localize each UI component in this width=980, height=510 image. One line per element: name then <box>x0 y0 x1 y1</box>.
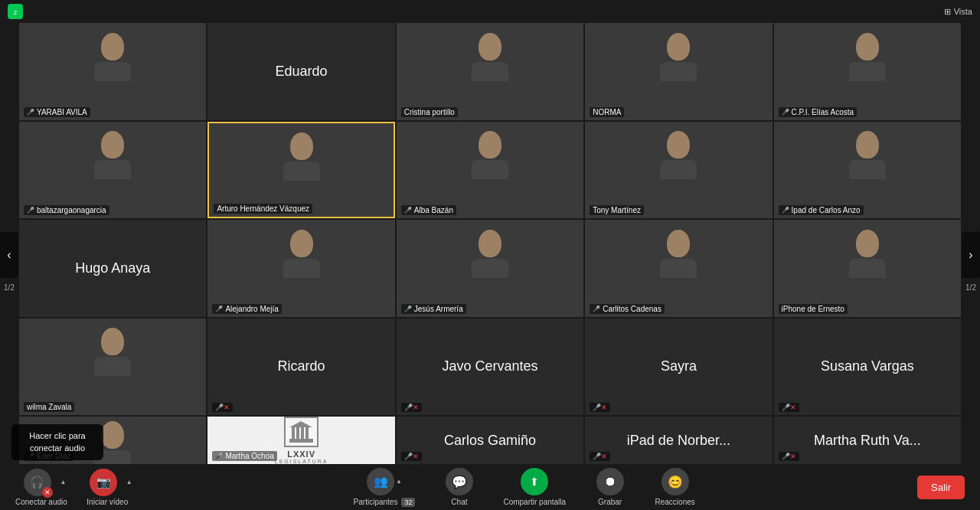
svg-rect-6 <box>305 427 309 439</box>
avatar-elias <box>849 33 886 81</box>
mute-indicator-javo: 🎤✕ <box>401 403 422 412</box>
video-cell-cristina[interactable]: Cristina portillo <box>397 23 583 120</box>
video-cell-sayra[interactable]: Sayra🎤✕ <box>585 319 772 416</box>
video-cell-arturo[interactable]: Arturo Hernández Vázquez <box>207 122 394 219</box>
participants-label: Participantes <box>354 498 398 506</box>
video-cell-wilma[interactable]: wilma Zavala <box>19 319 206 416</box>
participant-name-sayra: Sayra <box>661 358 697 374</box>
video-cell-alba[interactable]: 🎤 Alba Bazán <box>397 122 583 219</box>
video-cell-iphone-ernesto[interactable]: iPhone de Ernesto <box>774 220 961 317</box>
mute-indicator-ricardo: 🎤✕ <box>212 403 233 412</box>
participant-name-hugo: Hugo Anaya <box>75 260 150 276</box>
video-cell-ricardo[interactable]: Ricardo🎤✕ <box>207 319 394 416</box>
participants-button[interactable]: 👥 ▲ Participantes 32 <box>354 468 416 507</box>
svg-rect-3 <box>292 427 295 439</box>
video-cell-martha-ochoa[interactable]: LXXIV LEGISLATURA 🎤 Martha Ochoa <box>207 417 394 464</box>
avatar-wilma <box>94 328 131 376</box>
participant-label-carlitos: 🎤 Carlitos Cadenas <box>590 304 665 314</box>
left-arrow-icon: ‹ <box>7 248 11 262</box>
record-button[interactable]: ⏺ Grabar <box>589 468 631 506</box>
avatar-jesus <box>472 230 508 278</box>
participant-name-ricardo: Ricardo <box>278 358 325 374</box>
svg-marker-7 <box>289 421 312 427</box>
participant-name-javo: Javo Cervantes <box>442 358 537 374</box>
start-video-label: Iniciar vídeo <box>87 498 128 506</box>
view-label: Vista <box>954 7 972 16</box>
participants-count: 32 <box>401 498 415 507</box>
reactions-label: Reacciones <box>655 498 695 506</box>
video-cell-susana[interactable]: Susana Vargas🎤✕ <box>774 319 961 416</box>
participant-label-wilma: wilma Zavala <box>24 402 74 412</box>
share-screen-button[interactable]: ⬆ Compartir pantalla <box>503 468 566 506</box>
participant-label-jesus: 🎤 Jesús Armería <box>401 304 466 314</box>
participant-label-iphone-ernesto: iPhone de Ernesto <box>779 304 848 314</box>
participant-label-cristina: Cristina portillo <box>401 107 458 117</box>
participant-label-alejandro: 🎤 Alejandro Mejía <box>212 304 281 314</box>
participant-name-martha-ruth: Martha Ruth Va... <box>814 433 921 449</box>
record-label: Grabar <box>598 498 622 506</box>
chat-label: Chat <box>451 498 467 506</box>
participant-label-arturo: Arturo Hernández Vázquez <box>214 204 312 214</box>
video-grid: 🎤 YARABI AVILAEduardo Cristina portillo … <box>19 23 961 464</box>
toolbar: 🎧 ✕ ▲ Conectar audio 📷 ▲ Iniciar vídeo <box>0 464 980 510</box>
audio-chevron-icon[interactable]: ▲ <box>60 479 66 485</box>
participant-label-ipad-carlos: 🎤 Ipad de Carlos Anzo <box>779 205 864 215</box>
participant-label-tony: Tony Martínez <box>590 205 644 215</box>
connect-audio-button[interactable]: 🎧 ✕ <box>16 469 58 496</box>
video-cell-jesus[interactable]: 🎤 Jesús Armería <box>397 220 583 317</box>
chat-button[interactable]: 💬 Chat <box>438 468 480 506</box>
avatar-carlitos <box>660 230 697 278</box>
tooltip-text: Hacer clic para conectar audio <box>29 431 85 452</box>
avatar-iphone-ernesto <box>849 230 886 278</box>
mute-indicator-ipad-norber: 🎤✕ <box>590 452 610 461</box>
participant-label-elias: 🎤 C.P.I. Elías Acosta <box>779 107 858 117</box>
legislature-logo: LXXIV LEGISLATURA <box>275 417 328 464</box>
participants-chevron-icon[interactable]: ▲ <box>396 478 402 485</box>
video-cell-baltazar[interactable]: 🎤 baltazargaonagarcia <box>19 122 206 219</box>
reactions-button[interactable]: 😊 Reacciones <box>654 468 696 506</box>
avatar-cristina <box>472 33 508 81</box>
start-video-button[interactable]: 📷 <box>83 469 125 496</box>
svg-rect-2 <box>289 439 313 443</box>
participant-label-alba: 🎤 Alba Bazán <box>401 205 456 215</box>
video-cell-norma[interactable]: NORMA <box>585 23 772 120</box>
avatar-alejandro <box>283 230 320 278</box>
avatar-baltazar <box>94 131 131 179</box>
mute-indicator-martha-ruth: 🎤✕ <box>779 452 799 461</box>
video-cell-carlos-gamino[interactable]: Carlos Gamiño🎤✕ <box>397 417 583 464</box>
mute-indicator-sayra: 🎤✕ <box>590 403 610 412</box>
video-cell-martha-ruth[interactable]: Martha Ruth Va...🎤✕ <box>774 417 961 464</box>
view-button[interactable]: ⊞ Vista <box>944 7 972 17</box>
participant-name-ipad-norber: iPad de Norber... <box>627 433 730 449</box>
right-arrow-icon: › <box>969 248 972 262</box>
app-logo: Z <box>8 4 23 19</box>
svg-rect-4 <box>296 427 299 439</box>
participant-label-yarabi: 🎤 YARABI AVILA <box>24 107 90 117</box>
video-cell-yarabi[interactable]: 🎤 YARABI AVILA <box>19 23 206 120</box>
avatar-yarabi <box>94 33 131 81</box>
video-cell-javo[interactable]: Javo Cervantes🎤✕ <box>397 319 583 416</box>
video-cell-hugo[interactable]: Hugo Anaya <box>19 220 206 317</box>
participant-label-norma: NORMA <box>590 107 624 117</box>
video-cell-tony[interactable]: Tony Martínez <box>585 122 772 219</box>
video-cell-eduardo[interactable]: Eduardo <box>207 23 394 120</box>
prev-page-button[interactable]: ‹ 1/2 <box>0 232 18 278</box>
mute-indicator-susana: 🎤✕ <box>779 403 799 412</box>
leave-button[interactable]: Salir <box>917 476 965 499</box>
video-chevron-icon[interactable]: ▲ <box>126 479 132 485</box>
connect-audio-label: Conectar audio <box>15 498 67 506</box>
video-cell-carlitos[interactable]: 🎤 Carlitos Cadenas <box>585 220 772 317</box>
avatar-norma <box>660 33 697 81</box>
video-cell-ipad-carlos[interactable]: 🎤 Ipad de Carlos Anzo <box>774 122 961 219</box>
video-cell-alejandro[interactable]: 🎤 Alejandro Mejía <box>207 220 394 317</box>
video-section: 📷 ▲ Iniciar vídeo <box>83 469 132 506</box>
participant-label-baltazar: 🎤 baltazargaonagarcia <box>24 205 109 215</box>
video-cell-ipad-norber[interactable]: iPad de Norber...🎤✕ <box>585 417 772 464</box>
mute-indicator-carlos-gamino: 🎤✕ <box>401 452 422 461</box>
topbar: Z ⊞ Vista <box>0 0 980 23</box>
next-page-button[interactable]: › 1/2 <box>962 232 980 278</box>
avatar-alba <box>472 131 508 179</box>
video-cell-elias[interactable]: 🎤 C.P.I. Elías Acosta <box>774 23 961 120</box>
svg-text:Z: Z <box>14 9 18 16</box>
svg-rect-5 <box>301 427 304 439</box>
